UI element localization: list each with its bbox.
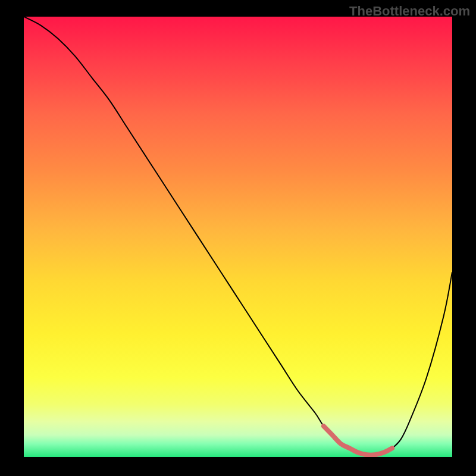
plot-area [24, 17, 452, 457]
bottleneck-curve [24, 17, 452, 455]
watermark-text: TheBottleneck.com [349, 4, 470, 19]
curve-layer [24, 17, 452, 457]
chart-container: TheBottleneck.com [0, 0, 476, 476]
optimal-range-highlight [324, 426, 392, 455]
